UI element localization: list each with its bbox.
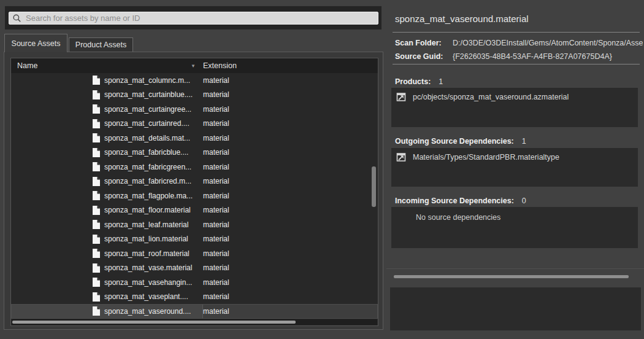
jump-to-asset-icon [396, 152, 406, 162]
table-row[interactable]: sponza_mat_leaf.material material [11, 217, 378, 232]
asset-name: sponza_mat_fabricred.m... [104, 177, 191, 185]
products-list: pc/objects/sponza_mat_vaseround.azmateri… [391, 88, 638, 127]
asset-name-cell: sponza_mat_details.mat... [11, 131, 203, 146]
table-row[interactable]: sponza_mat_vaseplant.... material [11, 290, 378, 305]
table-row[interactable]: sponza_mat_floor.material material [11, 203, 378, 218]
dependency-path: pc/objects/sponza_mat_vaseround.azmateri… [413, 93, 569, 101]
table-row[interactable]: sponza_mat_roof.material material [11, 246, 378, 261]
asset-extension: material [203, 90, 229, 99]
asset-name: sponza_mat_columnc.m... [104, 76, 190, 85]
file-icon [93, 90, 100, 99]
table-header: Name ▼ Extension [11, 58, 378, 73]
divider [393, 64, 640, 64]
outgoing-dependencies-list: Materials/Types/StandardPBR.materialtype [391, 148, 638, 187]
table-row[interactable]: sponza_mat_curtainblue.... material [11, 88, 378, 103]
asset-name: sponza_mat_vase.material [104, 263, 192, 272]
asset-name: sponza_mat_vasehangin... [104, 278, 192, 287]
column-header-extension[interactable]: Extension [203, 61, 237, 70]
asset-name-cell: sponza_mat_fabricblue.... [11, 146, 203, 160]
asset-extension: material [203, 292, 229, 301]
horizontal-scrollbar-track[interactable] [12, 319, 377, 325]
asset-name: sponza_mat_leaf.material [104, 220, 188, 229]
asset-extension: material [203, 177, 229, 185]
incoming-label: Incoming Source Dependencies: [395, 197, 514, 205]
file-icon [93, 133, 100, 142]
vertical-scrollbar-thumb[interactable] [372, 166, 376, 207]
dependency-item[interactable]: Materials/Types/StandardPBR.materialtype [391, 148, 638, 162]
tab-source-assets[interactable]: Source Assets [4, 34, 67, 52]
sort-descending-icon[interactable]: ▼ [191, 63, 203, 69]
asset-name: sponza_mat_curtainred.... [104, 119, 190, 128]
tab-product-assets[interactable]: Product Assets [69, 37, 133, 52]
incoming-dependencies-list: No source dependencies [391, 207, 638, 248]
details-horizontal-scrollbar-thumb[interactable] [394, 275, 629, 278]
table-row[interactable]: sponza_mat_columnc.m... material [11, 73, 378, 88]
table-row[interactable]: sponza_mat_flagpole.ma... material [11, 189, 378, 203]
asset-extension: material [203, 220, 229, 229]
asset-name-cell: sponza_mat_vaseround.... [11, 304, 203, 319]
dependency-item[interactable]: pc/objects/sponza_mat_vaseround.azmateri… [391, 88, 638, 102]
table-row[interactable]: sponza_mat_curtaingree... material [11, 102, 378, 117]
divider [386, 268, 644, 269]
file-icon [93, 220, 100, 229]
incoming-count: 0 [522, 197, 526, 205]
asset-name-cell: sponza_mat_columnc.m... [11, 73, 203, 88]
column-header-name[interactable]: Name [11, 61, 191, 70]
outgoing-count: 1 [522, 137, 526, 146]
horizontal-scrollbar-thumb[interactable] [12, 321, 296, 324]
file-icon [93, 235, 100, 244]
asset-extension: material [203, 249, 229, 258]
divider [393, 32, 640, 33]
file-icon [93, 292, 100, 302]
table-row[interactable]: sponza_mat_vase.material material [11, 261, 378, 276]
file-icon [93, 249, 100, 258]
incoming-section-label: Incoming Source Dependencies: 0 [395, 197, 526, 205]
details-title: sponza_mat_vaseround.material [395, 14, 529, 24]
asset-name: sponza_mat_roof.material [104, 249, 190, 258]
asset-search-box[interactable] [9, 12, 378, 25]
asset-extension: material [203, 192, 229, 200]
search-strip [5, 6, 381, 29]
file-icon [93, 177, 100, 186]
source-guid-label: Source Guid: [395, 52, 443, 61]
asset-details-panel: sponza_mat_vaseround.material Scan Folde… [385, 0, 644, 339]
table-body: sponza_mat_columnc.m... material sponza_… [11, 73, 378, 319]
table-row[interactable]: sponza_mat_fabricblue.... material [11, 146, 378, 160]
asset-name-cell: sponza_mat_floor.material [11, 203, 203, 218]
table-row[interactable]: sponza_mat_details.mat... material [11, 131, 378, 146]
file-icon [93, 206, 100, 215]
tab-product-assets-label: Product Assets [75, 41, 126, 49]
table-row[interactable]: sponza_mat_vaseround.... material [11, 304, 378, 319]
asset-name-cell: sponza_mat_vase.material [11, 261, 203, 276]
products-label: Products: [395, 77, 431, 86]
products-count: 1 [439, 77, 443, 86]
asset-name-cell: sponza_mat_fabricgreen... [11, 160, 203, 174]
search-icon [13, 14, 21, 22]
table-row[interactable]: sponza_mat_vasehangin... material [11, 275, 378, 290]
table-row[interactable]: sponza_mat_fabricred.m... material [11, 174, 378, 189]
file-icon [93, 119, 100, 128]
asset-extension: material [203, 278, 229, 287]
asset-extension: material [203, 263, 229, 272]
asset-name: sponza_mat_curtainblue.... [104, 90, 193, 99]
table-row[interactable]: sponza_mat_curtainred.... material [11, 117, 378, 131]
asset-name-cell: sponza_mat_vaseplant.... [11, 290, 203, 305]
file-icon [93, 104, 100, 114]
tab-source-assets-label: Source Assets [12, 39, 61, 48]
search-input[interactable] [25, 13, 374, 23]
asset-extension: material [203, 134, 229, 142]
table-row[interactable]: sponza_mat_lion.material material [11, 232, 378, 247]
asset-name-cell: sponza_mat_leaf.material [11, 217, 203, 232]
asset-extension: material [203, 119, 229, 128]
asset-name-cell: sponza_mat_roof.material [11, 246, 203, 261]
asset-name: sponza_mat_lion.material [104, 235, 188, 243]
file-icon [93, 162, 100, 171]
asset-extension: material [203, 148, 229, 157]
asset-extension: material [203, 105, 229, 114]
table-row[interactable]: sponza_mat_fabricgreen... material [11, 160, 378, 174]
asset-table: Name ▼ Extension sponza_mat_columnc.m...… [10, 58, 378, 326]
asset-name: sponza_mat_flagpole.ma... [104, 192, 193, 200]
asset-name: sponza_mat_details.mat... [104, 134, 190, 142]
file-icon [93, 263, 100, 273]
outgoing-section-label: Outgoing Source Dependencies: 1 [395, 137, 526, 146]
